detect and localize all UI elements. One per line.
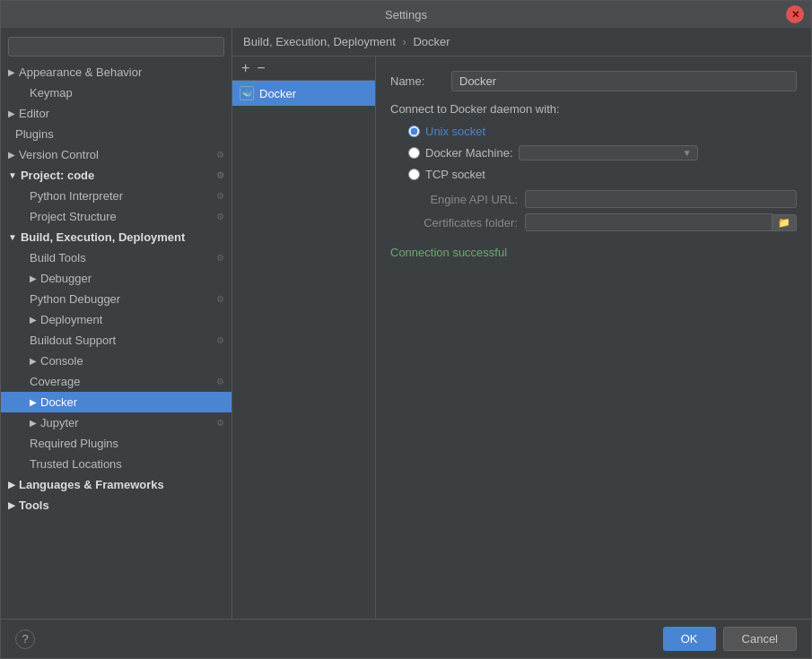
arrow-icon: ▶ bbox=[30, 397, 37, 407]
cancel-button[interactable]: Cancel bbox=[723, 627, 797, 651]
radio-docker-machine-label: Docker Machine: bbox=[425, 146, 513, 160]
close-button[interactable]: ✕ bbox=[786, 5, 804, 23]
certificates-folder-input[interactable] bbox=[525, 213, 773, 231]
arrow-icon: ▶ bbox=[8, 500, 15, 510]
radio-docker-machine[interactable]: Docker Machine: ▼ bbox=[408, 145, 797, 160]
name-input[interactable] bbox=[451, 71, 797, 91]
sidebar-item-keymap[interactable]: Keymap bbox=[1, 82, 231, 103]
settings-icon: ⚙ bbox=[216, 335, 224, 345]
sidebar-item-deployment[interactable]: ▶ Deployment bbox=[1, 309, 231, 330]
sidebar-item-languages-frameworks[interactable]: ▶ Languages & Frameworks bbox=[1, 474, 231, 495]
arrow-icon: ▶ bbox=[30, 356, 37, 366]
ok-button[interactable]: OK bbox=[663, 627, 716, 651]
arrow-icon: ▼ bbox=[8, 170, 17, 180]
settings-icon: ⚙ bbox=[216, 418, 224, 428]
sidebar-item-version-control[interactable]: ▶ Version Control ⚙ bbox=[1, 144, 231, 165]
sidebar-item-label: Buildout Support bbox=[30, 334, 116, 347]
radio-unix-input[interactable] bbox=[408, 126, 420, 137]
detail-panel: Name: Connect to Docker daemon with: Uni… bbox=[376, 56, 811, 619]
engine-api-url-row: Engine API URL: bbox=[419, 190, 797, 208]
sidebar-item-label: Tools bbox=[19, 499, 49, 512]
arrow-icon: ▶ bbox=[8, 108, 15, 118]
titlebar: Settings ✕ bbox=[1, 1, 811, 28]
radio-docker-machine-input[interactable] bbox=[408, 147, 420, 159]
browse-folder-button[interactable]: 📁 bbox=[773, 214, 797, 231]
sidebar-item-label: Plugins bbox=[15, 127, 54, 141]
sidebar-item-label: Project: code bbox=[21, 169, 94, 182]
sidebar-item-build-execution[interactable]: ▼ Build, Execution, Deployment bbox=[1, 227, 231, 247]
main-content-row: + − 🐳 Docker Name: Con bbox=[232, 56, 811, 619]
sidebar-item-label: Version Control bbox=[19, 148, 99, 161]
connection-status: Connection successful bbox=[390, 246, 797, 259]
search-input[interactable] bbox=[8, 37, 224, 56]
settings-icon: ⚙ bbox=[216, 253, 224, 263]
name-row: Name: bbox=[390, 71, 797, 91]
sidebar-item-label: Project Structure bbox=[30, 210, 117, 223]
tcp-sub-fields: Engine API URL: Certificates folder: 📁 bbox=[419, 190, 797, 231]
sidebar-item-label: Build Tools bbox=[30, 251, 86, 264]
sidebar-item-project-structure[interactable]: Project Structure ⚙ bbox=[1, 206, 231, 227]
footer: ? OK Cancel bbox=[1, 619, 811, 658]
sidebar-item-label: Jupyter bbox=[40, 416, 79, 429]
sidebar-item-plugins[interactable]: Plugins bbox=[1, 124, 231, 144]
sidebar-item-build-tools[interactable]: Build Tools ⚙ bbox=[1, 247, 231, 268]
docker-machine-dropdown[interactable]: ▼ bbox=[519, 145, 698, 160]
settings-dialog: Settings ✕ ▶ Appearance & Behavior Keyma… bbox=[0, 0, 812, 659]
sidebar-item-editor[interactable]: ▶ Editor bbox=[1, 103, 231, 124]
dropdown-arrow-icon: ▼ bbox=[683, 148, 692, 158]
sidebar-item-label: Coverage bbox=[30, 375, 80, 388]
engine-api-url-input[interactable] bbox=[525, 190, 797, 208]
remove-docker-button[interactable]: − bbox=[255, 60, 266, 76]
sidebar-item-required-plugins[interactable]: Required Plugins bbox=[1, 433, 231, 454]
sidebar-item-label: Docker bbox=[40, 395, 77, 409]
docker-item-label: Docker bbox=[259, 87, 296, 100]
breadcrumb-parent: Build, Execution, Deployment bbox=[243, 35, 396, 48]
sidebar-item-label: Trusted Locations bbox=[30, 457, 122, 471]
arrow-icon: ▶ bbox=[30, 273, 37, 283]
sidebar-item-tools[interactable]: ▶ Tools bbox=[1, 495, 231, 516]
settings-icon: ⚙ bbox=[216, 150, 224, 160]
radio-unix-socket[interactable]: Unix socket bbox=[408, 125, 797, 138]
sidebar-item-python-debugger[interactable]: Python Debugger ⚙ bbox=[1, 289, 231, 309]
help-button[interactable]: ? bbox=[15, 629, 35, 649]
sidebar-item-label: Languages & Frameworks bbox=[19, 478, 164, 491]
breadcrumb-current: Docker bbox=[413, 35, 450, 48]
sidebar-item-label: Console bbox=[40, 354, 83, 368]
sidebar-item-python-interpreter[interactable]: Python Interpreter ⚙ bbox=[1, 186, 231, 206]
sidebar-item-label: Deployment bbox=[40, 313, 102, 326]
sidebar-item-coverage[interactable]: Coverage ⚙ bbox=[1, 371, 231, 392]
sidebar-item-appearance[interactable]: ▶ Appearance & Behavior bbox=[1, 62, 231, 82]
add-docker-button[interactable]: + bbox=[240, 60, 251, 76]
settings-icon: ⚙ bbox=[216, 191, 224, 201]
sidebar-item-label: Appearance & Behavior bbox=[19, 65, 142, 79]
sidebar-item-console[interactable]: ▶ Console bbox=[1, 351, 231, 371]
settings-icon: ⚙ bbox=[216, 294, 224, 304]
arrow-icon: ▶ bbox=[30, 315, 37, 325]
sidebar-item-buildout-support[interactable]: Buildout Support ⚙ bbox=[1, 330, 231, 351]
name-label: Name: bbox=[390, 74, 444, 88]
docker-list-area: + − 🐳 Docker bbox=[232, 56, 376, 619]
certificates-folder-label: Certificates folder: bbox=[419, 216, 518, 230]
engine-api-url-label: Engine API URL: bbox=[419, 193, 518, 206]
settings-icon: ⚙ bbox=[216, 170, 224, 180]
arrow-icon: ▶ bbox=[8, 150, 15, 160]
arrow-icon: ▶ bbox=[30, 418, 37, 428]
main-panel: Build, Execution, Deployment › Docker + … bbox=[232, 28, 811, 619]
breadcrumb: Build, Execution, Deployment › Docker bbox=[232, 28, 811, 56]
radio-tcp-input[interactable] bbox=[408, 169, 420, 180]
sidebar-item-label: Python Debugger bbox=[30, 292, 120, 306]
sidebar-item-jupyter[interactable]: ▶ Jupyter ⚙ bbox=[1, 412, 231, 433]
docker-list-item[interactable]: 🐳 Docker bbox=[232, 81, 375, 106]
sidebar-item-docker[interactable]: ▶ Docker bbox=[1, 392, 231, 412]
certificates-folder-row: Certificates folder: 📁 bbox=[419, 213, 797, 231]
arrow-icon: ▼ bbox=[8, 232, 17, 242]
sidebar-item-label: Keymap bbox=[30, 86, 73, 100]
radio-tcp-label: TCP socket bbox=[425, 168, 485, 181]
sidebar-item-project-code[interactable]: ▼ Project: code ⚙ bbox=[1, 165, 231, 186]
radio-tcp-socket[interactable]: TCP socket bbox=[408, 168, 797, 181]
sidebar-item-label: Editor bbox=[19, 107, 49, 120]
sidebar-item-trusted-locations[interactable]: Trusted Locations bbox=[1, 454, 231, 474]
arrow-icon: ▶ bbox=[8, 67, 15, 77]
sidebar-item-label: Debugger bbox=[40, 272, 92, 285]
sidebar-item-debugger[interactable]: ▶ Debugger bbox=[1, 268, 231, 289]
